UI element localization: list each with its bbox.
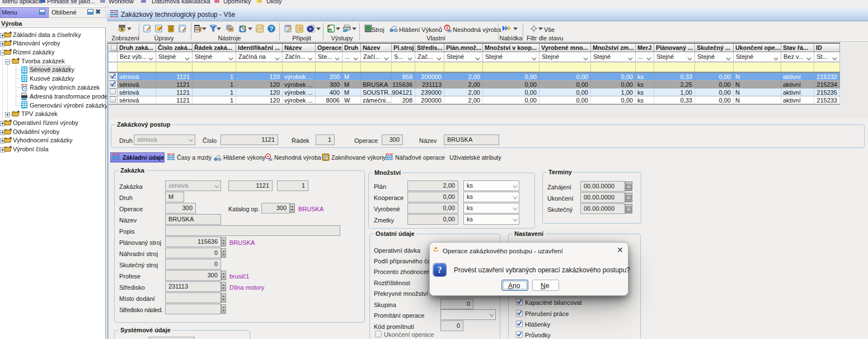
svg-text:x: x (329, 29, 331, 32)
svg-text:?: ? (270, 26, 273, 32)
